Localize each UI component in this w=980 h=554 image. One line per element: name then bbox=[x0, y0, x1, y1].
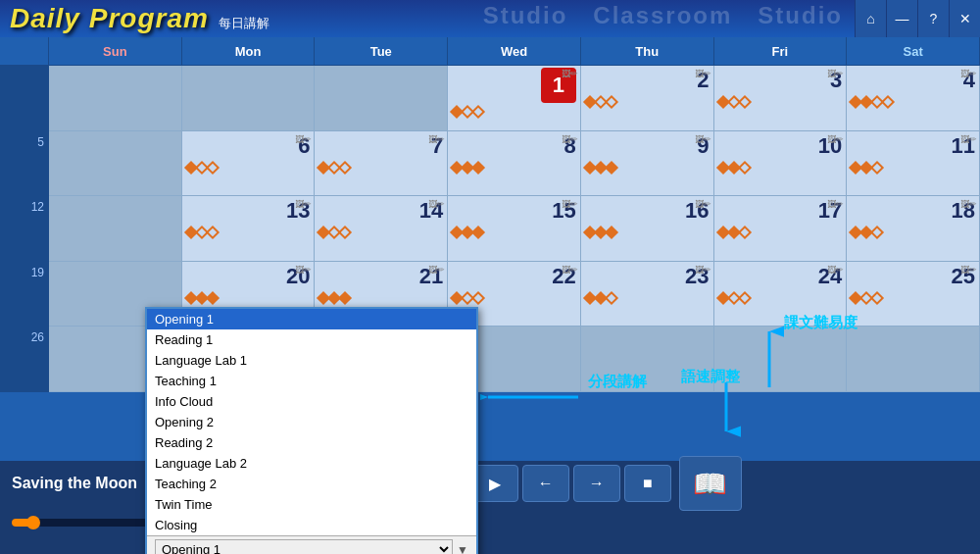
cal-cell-3[interactable]: 🖼✏ 3 bbox=[714, 66, 848, 131]
cei-11: 🖼✏ bbox=[960, 134, 977, 144]
cei-18: 🖼✏ bbox=[960, 199, 977, 209]
cal-cell-2[interactable]: 🖼✏ 2 bbox=[581, 66, 714, 131]
day-headers: Sun Mon Tue Wed Thu Fri Sat bbox=[0, 37, 980, 65]
cal-cell-13[interactable]: 🖼✏ 13 bbox=[182, 196, 316, 262]
cei-25: 🖼✏ bbox=[960, 265, 977, 275]
cal-cell-16[interactable]: 🖼✏ 16 bbox=[581, 196, 714, 262]
day-num-11: 11 bbox=[851, 133, 975, 159]
cal-cell-empty3[interactable] bbox=[315, 66, 448, 131]
cal-cell-17[interactable]: 🖼✏ 17 bbox=[714, 196, 848, 262]
header-bg-text: Studio Classroom Studio bbox=[483, 2, 843, 29]
cei-20: 🖼✏ bbox=[295, 265, 312, 275]
d-13 bbox=[186, 227, 311, 237]
dropdown-item-closing[interactable]: Closing bbox=[147, 515, 476, 535]
diamonds-4 bbox=[851, 97, 975, 107]
cal-cell-6[interactable]: 🖼✏ 6 bbox=[182, 131, 316, 197]
cei-17: 🖼✏ bbox=[827, 199, 844, 209]
app-title: Daily Program bbox=[0, 3, 209, 34]
week-num-1 bbox=[0, 66, 49, 131]
dropdown-popup: Opening 1 Reading 1 Language Lab 1 Teach… bbox=[145, 307, 478, 554]
play-button[interactable]: ▶ bbox=[471, 465, 518, 502]
d-15 bbox=[452, 227, 576, 237]
week-num-4: 19 bbox=[0, 262, 49, 327]
d-10 bbox=[718, 163, 843, 173]
cal-cell-11[interactable]: 🖼✏ 11 bbox=[847, 131, 980, 197]
cei-22: 🖼✏ bbox=[562, 265, 578, 275]
diamonds-2 bbox=[585, 97, 710, 107]
window-controls: ⌂ — ? ✕ bbox=[855, 0, 980, 37]
cal-cell-7[interactable]: 🖼✏ 7 bbox=[315, 131, 448, 197]
dropdown-item-teaching1[interactable]: Teaching 1 bbox=[147, 371, 476, 391]
day-num-15: 15 bbox=[452, 198, 576, 224]
d bbox=[870, 226, 884, 239]
d bbox=[338, 226, 352, 239]
dropdown-item-opening2[interactable]: Opening 2 bbox=[147, 412, 476, 432]
cal-cell-sun3[interactable] bbox=[49, 196, 182, 262]
day-num-18: 18 bbox=[851, 198, 975, 224]
dropdown-item-teaching2[interactable]: Teaching 2 bbox=[147, 474, 476, 494]
dropdown-item-langlab1[interactable]: Language Lab 1 bbox=[147, 350, 476, 371]
dropdown-item-twintime[interactable]: Twin Time bbox=[147, 494, 476, 515]
day-num-4: 4 bbox=[851, 68, 975, 93]
d bbox=[737, 291, 751, 305]
cal-cell-empty2[interactable] bbox=[182, 66, 316, 131]
d bbox=[870, 291, 884, 305]
back-button[interactable]: ← bbox=[522, 465, 569, 502]
cal-cell-9[interactable]: 🖼✏ 9 bbox=[581, 131, 714, 197]
cal-cell-14[interactable]: 🖼✏ 14 bbox=[315, 196, 448, 262]
d bbox=[881, 95, 895, 109]
cal-cell-18[interactable]: 🖼✏ 18 bbox=[847, 196, 980, 262]
cal-cell-23[interactable]: 🖼✏ 23 bbox=[581, 262, 714, 327]
cei-14: 🖼✏ bbox=[428, 199, 445, 209]
dropdown-select-row: Opening 1 ▼ bbox=[147, 535, 476, 554]
week-num-3: 12 bbox=[0, 196, 49, 262]
d bbox=[206, 291, 220, 305]
cal-cell-25[interactable]: 🖼✏ 25 bbox=[847, 262, 980, 327]
cal-cell-24[interactable]: 🖼✏ 24 bbox=[714, 262, 848, 327]
d-23 bbox=[585, 293, 710, 303]
cei-6: 🖼✏ bbox=[295, 134, 312, 144]
day-num-7: 7 bbox=[318, 133, 443, 159]
d bbox=[471, 161, 485, 175]
d bbox=[206, 226, 220, 239]
cal-cell-sun2[interactable] bbox=[49, 131, 182, 197]
week-num-header bbox=[0, 37, 49, 65]
day-num-21: 21 bbox=[318, 264, 443, 289]
dropdown-item-langlab2[interactable]: Language Lab 2 bbox=[147, 453, 476, 474]
cell-edit-icons-2: 🖼✏ bbox=[695, 69, 711, 78]
day-num-9: 9 bbox=[585, 133, 710, 159]
cei-24: 🖼✏ bbox=[827, 265, 844, 275]
cal-cell-empty[interactable] bbox=[49, 66, 182, 131]
day-num-24: 24 bbox=[718, 264, 843, 289]
diamond-outline2 bbox=[471, 105, 485, 119]
d-25 bbox=[851, 293, 975, 303]
dropdown-item-reading2[interactable]: Reading 2 bbox=[147, 432, 476, 453]
d bbox=[737, 95, 751, 109]
dropdown-item-infocloud[interactable]: Info Cloud bbox=[147, 391, 476, 412]
cal-cell-10[interactable]: 🖼✏ 10 bbox=[714, 131, 848, 197]
dropdown-item-opening1[interactable]: Opening 1 bbox=[147, 309, 476, 329]
cei-9: 🖼✏ bbox=[695, 134, 711, 144]
cal-cell-8[interactable]: 🖼✏ 8 bbox=[448, 131, 581, 197]
cal-cell-15[interactable]: 🖼✏ 15 bbox=[448, 196, 581, 262]
home-button[interactable]: ⌂ bbox=[855, 0, 886, 37]
help-button[interactable]: ? bbox=[917, 0, 949, 37]
day-num-3: 3 bbox=[718, 68, 843, 93]
dropdown-select[interactable]: Opening 1 bbox=[155, 539, 453, 554]
close-button[interactable]: ✕ bbox=[949, 0, 980, 37]
d-20 bbox=[186, 293, 311, 303]
dropdown-item-reading1[interactable]: Reading 1 bbox=[147, 329, 476, 350]
stop-button[interactable]: ■ bbox=[624, 465, 671, 502]
app-header: Daily Program 每日講解 Studio Classroom Stud… bbox=[0, 0, 980, 37]
forward-button[interactable]: → bbox=[573, 465, 620, 502]
d-22 bbox=[452, 293, 576, 303]
d bbox=[471, 226, 485, 239]
cal-cell-1[interactable]: 🖼✏ 1 bbox=[448, 66, 581, 131]
cei-7: 🖼✏ bbox=[428, 134, 445, 144]
day-num-20: 20 bbox=[186, 264, 311, 289]
sunday-header: Sun bbox=[49, 37, 182, 65]
d-24 bbox=[718, 293, 843, 303]
cal-cell-4[interactable]: 🖼✏ 4 bbox=[847, 66, 980, 131]
minimize-button[interactable]: — bbox=[886, 0, 917, 37]
monday-header: Mon bbox=[182, 37, 316, 65]
